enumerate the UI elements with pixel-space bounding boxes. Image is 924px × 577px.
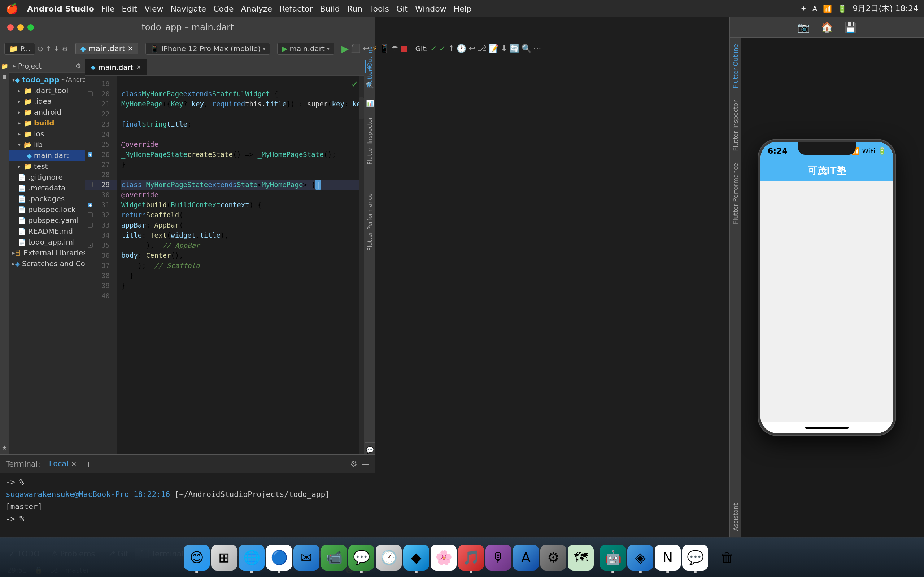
terminal-minimize-icon[interactable]: —	[362, 459, 370, 469]
toolbar-settings-icon[interactable]: ⚙	[62, 44, 68, 53]
stop-process-button[interactable]: ■	[401, 44, 408, 53]
menu-android-studio[interactable]: Android Studio	[27, 4, 94, 13]
tree-item-dart-tool[interactable]: ▸ 📁 .dart_tool	[10, 85, 85, 96]
dock-maps[interactable]: 🗺	[568, 545, 594, 571]
dock-trash[interactable]: 🗑	[714, 545, 740, 571]
tree-item-packages[interactable]: 📄 .packages	[10, 193, 85, 204]
flutter-outline-vert-btn[interactable]: Flutter Outline	[730, 41, 741, 91]
git-branch-icon[interactable]: ⎇	[478, 44, 486, 53]
project-panel-header[interactable]: ▸ Project ⚙	[10, 59, 85, 73]
dock-finder[interactable]: 😊	[184, 545, 210, 571]
menu-edit[interactable]: Edit	[122, 4, 137, 13]
toolbar-icon-2[interactable]: ↑	[45, 44, 52, 53]
tree-item-lib[interactable]: ▾ 📂 lib	[10, 139, 85, 150]
menu-git[interactable]: Git	[396, 4, 408, 13]
dock-chrome[interactable]: 🔵	[266, 545, 292, 571]
terminal-add-button[interactable]: +	[85, 459, 92, 469]
menu-refactor[interactable]: Refactor	[279, 4, 313, 13]
menu-tools[interactable]: Tools	[370, 4, 389, 13]
attach-debugger[interactable]: 📱	[380, 44, 389, 53]
flutter-inspector-vert-btn[interactable]: Flutter Inspector	[730, 97, 741, 154]
git-commit-icon[interactable]: ✓	[439, 44, 446, 53]
run-button[interactable]: ▶	[341, 43, 349, 54]
dock-messages[interactable]: 💬	[348, 545, 374, 571]
dock-android-studio[interactable]: 🤖	[600, 545, 626, 571]
run-config[interactable]: ▶ main.dart ▾	[277, 43, 334, 55]
dock-flutter[interactable]: ◆	[403, 545, 429, 571]
git-rollback-icon[interactable]: ↩	[468, 44, 475, 53]
fold-button-29[interactable]: -	[88, 182, 93, 187]
editor-tab-main-dart[interactable]: ◆ main.dart ✕	[85, 59, 147, 76]
favorites-icon[interactable]: ★	[1, 443, 9, 451]
sim-camera-icon[interactable]: 📷	[797, 21, 810, 33]
search-everywhere-icon[interactable]: 🔍	[522, 44, 531, 53]
menu-file[interactable]: File	[102, 4, 115, 13]
terminal-content[interactable]: -> % sugawarakensuke@MacBook-Pro 18:22:1…	[0, 473, 375, 545]
scroll-minimap[interactable]	[359, 76, 364, 455]
minimize-button[interactable]	[17, 24, 24, 31]
coverage-button[interactable]: ☂	[391, 44, 399, 53]
terminal-settings-icon[interactable]: ⚙	[350, 459, 357, 469]
fold-button-20[interactable]: -	[88, 91, 93, 96]
apple-menu[interactable]: 🍎	[6, 3, 18, 15]
dock-safari[interactable]: 🌐	[239, 545, 265, 571]
gear-icon[interactable]: ⚙	[76, 62, 81, 69]
dock-settings[interactable]: ⚙	[540, 545, 566, 571]
debug-run-button[interactable]: ⬛	[351, 44, 360, 53]
flutter-inspector-label[interactable]: Flutter Inspector	[364, 113, 375, 168]
tree-item-pubspec-lock[interactable]: 📄 pubspec.lock	[10, 204, 85, 215]
close-button[interactable]	[7, 24, 14, 31]
git-update-icon[interactable]: ✓	[430, 44, 437, 53]
menu-help[interactable]: Help	[454, 4, 472, 13]
toolbar-more-icon[interactable]: ⋯	[533, 44, 541, 53]
menu-view[interactable]: View	[144, 4, 163, 13]
git-annotate-icon[interactable]: 📝	[489, 44, 498, 53]
tree-item-android[interactable]: ▸ 📁 android	[10, 107, 85, 118]
tree-item-root[interactable]: ▾ ◆ todo_app ~/Androi...	[10, 74, 85, 85]
fold-button-35[interactable]: -	[88, 243, 93, 248]
tree-item-ios[interactable]: ▸ 📁 ios	[10, 128, 85, 139]
git-history-icon[interactable]: 🕐	[457, 44, 466, 53]
file-tab[interactable]: ◆ main.dart ✕	[76, 43, 138, 55]
terminal-tab-local[interactable]: Local ✕	[45, 458, 81, 470]
flutter-perf-vert-btn[interactable]: Flutter Performance	[730, 160, 741, 227]
menu-analyze[interactable]: Analyze	[241, 4, 272, 13]
tree-item-metadata[interactable]: 📄 .metadata	[10, 182, 85, 193]
git-push-icon[interactable]: ↑	[448, 44, 454, 53]
dock-vscode[interactable]: ◈	[627, 545, 653, 571]
tree-item-pubspec-yaml[interactable]: 📄 pubspec.yaml	[10, 215, 85, 226]
menu-window[interactable]: Window	[415, 4, 446, 13]
assistant-btn[interactable]: 💬	[365, 445, 375, 455]
toolbar-icon-3[interactable]: ↓	[54, 44, 60, 53]
maximize-button[interactable]	[27, 24, 34, 31]
tree-item-external-libs[interactable]: ▸ 🗄 External Libraries	[10, 247, 85, 258]
tab-close-icon[interactable]: ✕	[128, 44, 134, 53]
tree-item-build[interactable]: ▸ 📁 build	[10, 118, 85, 128]
dock-mail[interactable]: ✉	[294, 545, 320, 571]
dock-photos[interactable]: 🌸	[431, 545, 457, 571]
tree-item-main-dart[interactable]: ◆ main.dart	[10, 150, 85, 161]
menu-build[interactable]: Build	[320, 4, 340, 13]
dock-slack[interactable]: 💬	[682, 545, 708, 571]
toolbar-icon-1[interactable]: ⊙	[37, 44, 43, 53]
sim-home-icon[interactable]: 🏠	[821, 21, 834, 33]
tree-item-readme[interactable]: 📄 README.md	[10, 226, 85, 237]
tree-item-test[interactable]: ▸ 📁 test	[10, 161, 85, 172]
dock-podcast[interactable]: 🎙	[485, 545, 512, 571]
flutter-outline-label[interactable]: Flutter Outline	[364, 59, 375, 92]
fold-button-32[interactable]: -	[88, 213, 93, 218]
commit-icon[interactable]: ◼	[1, 72, 9, 80]
tree-item-gitignore[interactable]: 📄 .gitignore	[10, 172, 85, 182]
git-fetch-icon[interactable]: 🔄	[510, 44, 519, 53]
code-text[interactable]: class MyHomePage extends StatefulWidget …	[117, 76, 359, 455]
dock-appstore[interactable]: A	[513, 545, 539, 571]
dock-clock[interactable]: 🕐	[376, 545, 402, 571]
dock-facetime[interactable]: 📹	[321, 545, 347, 571]
tree-item-idea[interactable]: ▸ 📁 .idea	[10, 96, 85, 107]
flutter-performance-label[interactable]: Flutter Performance	[364, 190, 375, 254]
dock-music[interactable]: 🎵	[458, 545, 484, 571]
menu-run[interactable]: Run	[347, 4, 362, 13]
menu-navigate[interactable]: Navigate	[170, 4, 206, 13]
device-selector[interactable]: 📱 iPhone 12 Pro Max (mobile) ▾	[145, 43, 270, 55]
project-view-icon[interactable]: 📁	[1, 62, 9, 70]
